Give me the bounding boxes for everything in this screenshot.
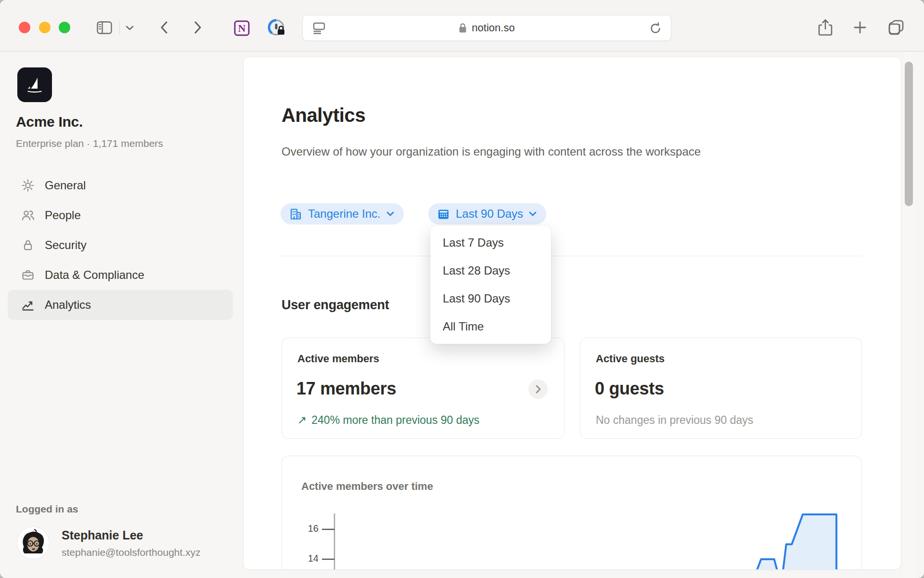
trend-up-icon: ↗ (297, 414, 307, 427)
user-name: Stephanie Lee (62, 528, 143, 542)
workspace-name: Acme Inc. (16, 114, 83, 130)
active-guests-card: Active guests 0 guests No changes in pre… (580, 338, 862, 439)
sidebar-item-label: People (45, 209, 81, 222)
menu-item-last-28-days[interactable]: Last 28 Days (430, 257, 551, 285)
share-icon (818, 19, 833, 36)
metric-delta: No changes in previous 90 days (596, 414, 753, 427)
onepassword-lock-icon (267, 18, 286, 38)
browser-toolbar: N notion.so (0, 0, 924, 52)
lock-icon (459, 23, 467, 33)
user-avatar (17, 527, 49, 559)
workspace-filter-label: Tangerine Inc. (308, 207, 381, 221)
sidebar-toggle-button[interactable] (94, 19, 115, 36)
sidebar-item-people[interactable]: People (8, 200, 233, 230)
building-icon (289, 208, 302, 221)
address-bar-text: notion.so (303, 15, 671, 40)
metric-delta-text: 240% more than previous 90 days (311, 414, 479, 427)
lock-icon (21, 238, 35, 252)
active-members-card[interactable]: Active members 17 members ↗ 240% more th… (282, 338, 565, 439)
chevron-right-icon (536, 385, 541, 394)
people-icon (21, 209, 35, 222)
metric-label: Active members (297, 353, 379, 365)
svg-text:N: N (238, 22, 246, 34)
sidebar-item-general[interactable]: General (8, 171, 233, 200)
workspace-logo (17, 67, 52, 102)
analytics-settings-panel: Analytics Overview of how your organizat… (243, 57, 901, 570)
page-description: Overview of how your organization is eng… (282, 142, 729, 161)
zoom-window-button[interactable] (59, 22, 70, 33)
notion-extension-icon: N (233, 19, 251, 37)
back-button[interactable] (155, 18, 172, 37)
open-members-detail-button[interactable] (528, 380, 548, 399)
chevron-down-icon (529, 211, 537, 216)
sidebar-item-analytics[interactable]: Analytics (8, 290, 233, 320)
gear-icon (21, 179, 35, 192)
menu-item-all-time[interactable]: All Time (430, 313, 551, 341)
sidebar-item-security[interactable]: Security (8, 230, 233, 260)
chevron-left-icon (160, 21, 167, 34)
chevron-right-icon (194, 21, 202, 34)
tab-overview-button[interactable] (887, 18, 905, 37)
menu-item-last-90-days[interactable]: Last 90 Days (430, 285, 551, 313)
avatar-illustration (17, 527, 49, 559)
toolbar-separator (119, 20, 120, 35)
browser-window: N notion.so (0, 0, 924, 578)
metric-delta-text: No changes in previous 90 days (596, 414, 753, 427)
minimize-window-button[interactable] (39, 22, 51, 33)
active-members-chart (282, 456, 862, 570)
metric-value: 0 guests (595, 379, 664, 399)
url-text: notion.so (472, 22, 514, 34)
date-range-dropdown-menu: Last 7 Days Last 28 Days Last 90 Days Al… (430, 225, 551, 344)
section-divider (282, 256, 862, 256)
tab-group-menu-button[interactable] (122, 22, 137, 34)
settings-nav: General People Security Data & Complianc… (8, 171, 233, 320)
tabs-icon (888, 19, 904, 36)
address-bar[interactable]: notion.so (302, 15, 671, 41)
sidebar-item-label: General (45, 179, 86, 192)
reload-button[interactable] (647, 20, 664, 37)
sailboat-icon (23, 73, 46, 96)
chevron-down-icon (126, 26, 134, 30)
workspace-filter-chip[interactable]: Tangerine Inc. (281, 203, 404, 224)
menu-item-last-7-days[interactable]: Last 7 Days (430, 229, 551, 257)
sidebar-item-label: Analytics (45, 298, 91, 312)
forward-button[interactable] (189, 18, 206, 37)
metric-label: Active guests (596, 353, 665, 365)
onepassword-extension-button[interactable] (267, 18, 286, 38)
date-range-filter-chip[interactable]: Last 90 Days (428, 203, 546, 224)
logged-in-as-label: Logged in as (16, 503, 78, 515)
calendar-icon (437, 208, 450, 221)
trend-chart-icon (21, 298, 35, 312)
sidebar-item-data-compliance[interactable]: Data & Compliance (8, 260, 233, 290)
metric-value: 17 members (296, 379, 396, 399)
sidebar-item-label: Security (45, 238, 87, 252)
plus-icon (853, 21, 867, 34)
notion-extension-button[interactable]: N (232, 18, 252, 38)
sidebar-icon (97, 21, 112, 34)
sidebar-item-label: Data & Compliance (45, 268, 144, 282)
date-range-filter-label: Last 90 Days (456, 207, 523, 221)
chevron-down-icon (386, 211, 394, 216)
reload-icon (649, 22, 662, 35)
briefcase-icon (21, 268, 35, 282)
share-button[interactable] (816, 18, 834, 37)
new-tab-button[interactable] (851, 19, 869, 36)
close-window-button[interactable] (19, 22, 30, 33)
chart-area-fill (753, 514, 836, 570)
section-title: User engagement (282, 298, 389, 313)
user-email: stephanie@toolsforthought.xyz (62, 547, 201, 558)
scrollbar-thumb[interactable] (905, 62, 913, 206)
metric-delta: ↗ 240% more than previous 90 days (297, 414, 479, 427)
workspace-plan: Enterprise plan · 1,171 members (16, 138, 163, 149)
page-title: Analytics (282, 105, 365, 126)
